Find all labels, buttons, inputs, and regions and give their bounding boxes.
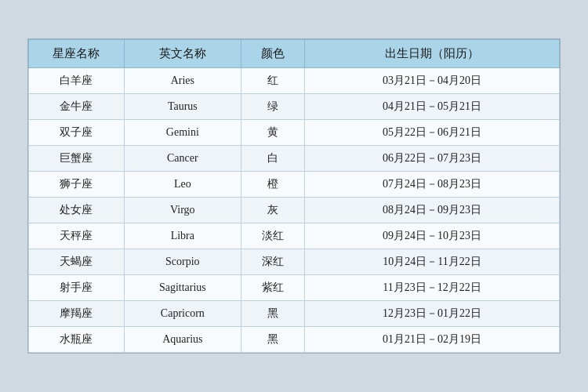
- table-row: 狮子座Leo橙07月24日－08月23日: [29, 172, 560, 198]
- table-row: 天蝎座Scorpio深红10月24日－11月22日: [29, 249, 560, 275]
- zodiac-table-container: 星座名称 英文名称 颜色 出生日期（阳历） 白羊座Aries红03月21日－04…: [27, 38, 561, 354]
- cell-date: 07月24日－08月23日: [305, 172, 560, 198]
- table-body: 白羊座Aries红03月21日－04月20日金牛座Taurus绿04月21日－0…: [29, 68, 560, 353]
- cell-color: 黑: [241, 301, 304, 327]
- cell-english: Leo: [124, 172, 241, 198]
- cell-chinese: 巨蟹座: [29, 146, 125, 172]
- cell-date: 10月24日－11月22日: [305, 249, 560, 275]
- cell-date: 05月22日－06月21日: [305, 120, 560, 146]
- cell-date: 04月21日－05月21日: [305, 94, 560, 120]
- cell-chinese: 天蝎座: [29, 249, 125, 275]
- cell-color: 橙: [241, 172, 304, 198]
- cell-color: 紫红: [241, 275, 304, 301]
- cell-english: Scorpio: [124, 249, 241, 275]
- cell-chinese: 狮子座: [29, 172, 125, 198]
- header-date: 出生日期（阳历）: [305, 40, 560, 68]
- cell-color: 黄: [241, 120, 304, 146]
- cell-color: 绿: [241, 94, 304, 120]
- cell-chinese: 水瓶座: [29, 327, 125, 353]
- cell-chinese: 处女座: [29, 198, 125, 223]
- cell-date: 03月21日－04月20日: [305, 68, 560, 94]
- cell-chinese: 金牛座: [29, 94, 125, 120]
- cell-date: 09月24日－10月23日: [305, 223, 560, 249]
- header-color: 颜色: [241, 40, 304, 68]
- cell-chinese: 双子座: [29, 120, 125, 146]
- cell-chinese: 白羊座: [29, 68, 125, 94]
- cell-color: 深红: [241, 249, 304, 275]
- cell-date: 06月22日－07月23日: [305, 146, 560, 172]
- table-row: 水瓶座Aquarius黑01月21日－02月19日: [29, 327, 560, 353]
- cell-english: Taurus: [124, 94, 241, 120]
- cell-color: 淡红: [241, 223, 304, 249]
- cell-english: Sagittarius: [124, 275, 241, 301]
- table-row: 双子座Gemini黄05月22日－06月21日: [29, 120, 560, 146]
- cell-chinese: 摩羯座: [29, 301, 125, 327]
- table-row: 金牛座Taurus绿04月21日－05月21日: [29, 94, 560, 120]
- zodiac-table: 星座名称 英文名称 颜色 出生日期（阳历） 白羊座Aries红03月21日－04…: [28, 39, 560, 353]
- table-row: 天秤座Libra淡红09月24日－10月23日: [29, 223, 560, 249]
- cell-english: Libra: [124, 223, 241, 249]
- cell-date: 12月23日－01月22日: [305, 301, 560, 327]
- cell-english: Gemini: [124, 120, 241, 146]
- cell-english: Aries: [124, 68, 241, 94]
- table-row: 处女座Virgo灰08月24日－09月23日: [29, 198, 560, 223]
- table-row: 巨蟹座Cancer白06月22日－07月23日: [29, 146, 560, 172]
- cell-english: Virgo: [124, 198, 241, 223]
- cell-chinese: 天秤座: [29, 223, 125, 249]
- cell-date: 08月24日－09月23日: [305, 198, 560, 223]
- cell-english: Aquarius: [124, 327, 241, 353]
- header-chinese: 星座名称: [29, 40, 125, 68]
- cell-english: Cancer: [124, 146, 241, 172]
- cell-color: 黑: [241, 327, 304, 353]
- cell-color: 灰: [241, 198, 304, 223]
- cell-color: 红: [241, 68, 304, 94]
- table-row: 白羊座Aries红03月21日－04月20日: [29, 68, 560, 94]
- header-english: 英文名称: [124, 40, 241, 68]
- cell-date: 11月23日－12月22日: [305, 275, 560, 301]
- table-row: 摩羯座Capricorn黑12月23日－01月22日: [29, 301, 560, 327]
- table-header-row: 星座名称 英文名称 颜色 出生日期（阳历）: [29, 40, 560, 68]
- table-row: 射手座Sagittarius紫红11月23日－12月22日: [29, 275, 560, 301]
- cell-date: 01月21日－02月19日: [305, 327, 560, 353]
- cell-english: Capricorn: [124, 301, 241, 327]
- cell-chinese: 射手座: [29, 275, 125, 301]
- cell-color: 白: [241, 146, 304, 172]
